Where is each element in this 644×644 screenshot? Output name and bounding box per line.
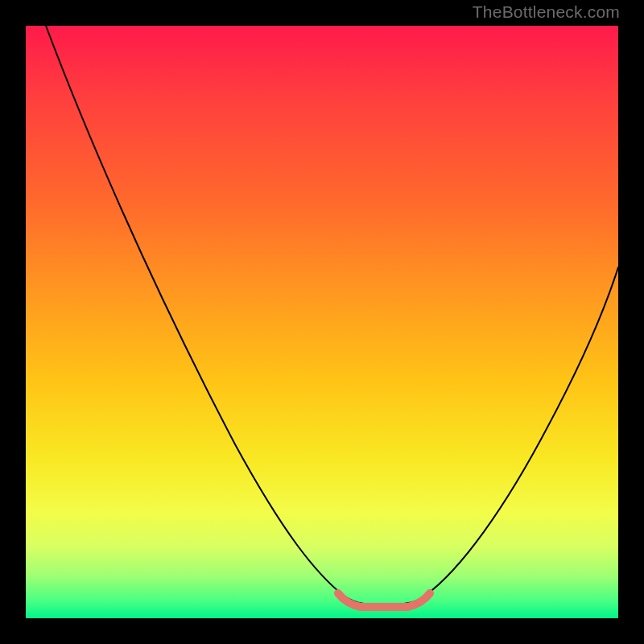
chart-frame: TheBottleneck.com [0,0,644,644]
plot-area [26,26,618,618]
watermark-label: TheBottleneck.com [473,2,620,22]
bottleneck-curve-left [46,26,364,604]
ideal-zone-highlight [338,593,430,607]
curve-layer [26,26,618,618]
bottleneck-curve-right [404,267,618,604]
